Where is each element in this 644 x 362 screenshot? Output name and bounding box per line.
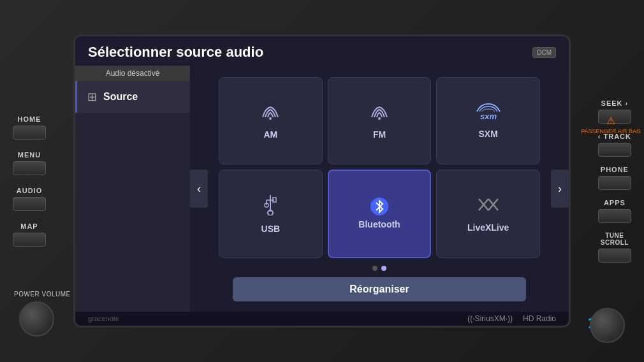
tune-scroll-button[interactable] [598,249,631,263]
track-btn-group: ‹ TRACK [598,133,631,157]
phone-label: PHONE [601,166,629,173]
nav-arrow-right[interactable]: › [551,170,569,208]
tune-scroll-label: TUNESCROLL [601,232,629,246]
apps-label: APPS [604,199,626,206]
tune-scroll-group: TUNESCROLL [598,232,631,263]
dcm-badge: DCM [532,47,556,58]
nav-arrow-left[interactable]: ‹ [190,170,208,208]
sxm-label: SXM [478,129,497,139]
menu-button[interactable] [13,161,46,175]
am-tile[interactable]: AM [219,77,323,164]
map-button[interactable] [13,233,46,247]
pagination-dot-2 [381,266,386,271]
usb-label: USB [261,224,281,234]
audio-label: AUDIO [17,187,42,194]
reorganize-button[interactable]: Réorganiser [233,277,525,301]
main-content-area: ‹ [190,66,569,312]
fm-tile[interactable]: FM [328,77,432,164]
screen-body: Audio désactivé ⊞ Source ‹ [75,66,569,312]
sxm-tile[interactable]: sxm SXM [436,77,540,164]
bottom-logos: ((·SiriusXM·)) HD Radio [467,314,556,323]
power-volume-knob[interactable] [19,301,54,337]
power-volume-label: POWER VOLUME [14,290,71,298]
menu-btn-group: MENU [13,151,46,175]
bluetooth-icon [370,198,388,215]
svg-point-1 [378,117,381,120]
left-button-panel: HOME MENU AUDIO MAP [13,115,46,247]
source-menu-label: Source [103,91,138,103]
seek-label: SEEK › [601,99,629,107]
apps-button[interactable] [598,209,631,223]
hd-radio-logo: HD Radio [523,314,556,323]
gracenote-logo: gracenote [88,315,119,322]
livexlive-tile[interactable]: LiveXLive [436,170,540,259]
livexlive-icon [476,195,501,219]
right-chevron-icon: › [558,182,562,196]
source-menu-icon: ⊞ [87,90,97,104]
screen-bottom-bar: gracenote ((·SiriusXM·)) HD Radio [75,312,569,326]
screen-title: Sélectionner source audio [88,44,263,61]
car-frame: HOME MENU AUDIO MAP Sélectionner source … [0,0,644,362]
audio-button[interactable] [13,197,46,211]
audio-btn-group: AUDIO [13,187,46,211]
pagination-dot-1 [372,266,377,271]
fm-label: FM [373,129,386,140]
map-btn-group: MAP [13,222,46,247]
siriusxm-logo: ((·SiriusXM·)) [467,314,513,323]
screen-header: Sélectionner source audio DCM [75,36,569,66]
sxm-icon: sxm [474,103,502,125]
usb-tile[interactable]: USB [219,170,323,259]
am-icon [259,102,282,126]
infotainment-screen: Sélectionner source audio DCM Audio désa… [73,34,571,328]
pagination-dots [196,263,562,273]
usb-icon [261,194,279,220]
fm-icon [368,102,391,126]
home-btn-group: HOME [13,115,46,140]
tune-scroll-knob[interactable] [590,308,625,343]
source-grid: AM [196,72,562,263]
home-label: HOME [18,115,41,123]
menu-label: MENU [18,151,41,159]
airbag-warning-icon: ⚠ [606,115,615,126]
home-button[interactable] [13,126,46,140]
left-chevron-icon: ‹ [197,182,201,196]
phone-btn-group: PHONE [598,166,631,190]
passenger-airbag-label: ⚠ PASSENGER AIR BAG [581,115,641,135]
map-label: MAP [20,222,38,230]
source-sidebar: Audio désactivé ⊞ Source [75,66,190,312]
svg-rect-5 [273,198,276,202]
svg-point-0 [269,117,272,120]
bluetooth-tile[interactable]: Bluetooth [328,170,432,259]
am-label: AM [263,129,277,140]
phone-button[interactable] [598,176,631,190]
livexlive-label: LiveXLive [467,222,509,233]
apps-btn-group: APPS [598,199,631,223]
bluetooth-label: Bluetooth [358,219,400,229]
audio-status-bar: Audio désactivé [75,66,190,81]
svg-text:sxm: sxm [480,112,497,120]
track-button[interactable] [598,143,631,157]
source-menu-item[interactable]: ⊞ Source [75,81,190,113]
